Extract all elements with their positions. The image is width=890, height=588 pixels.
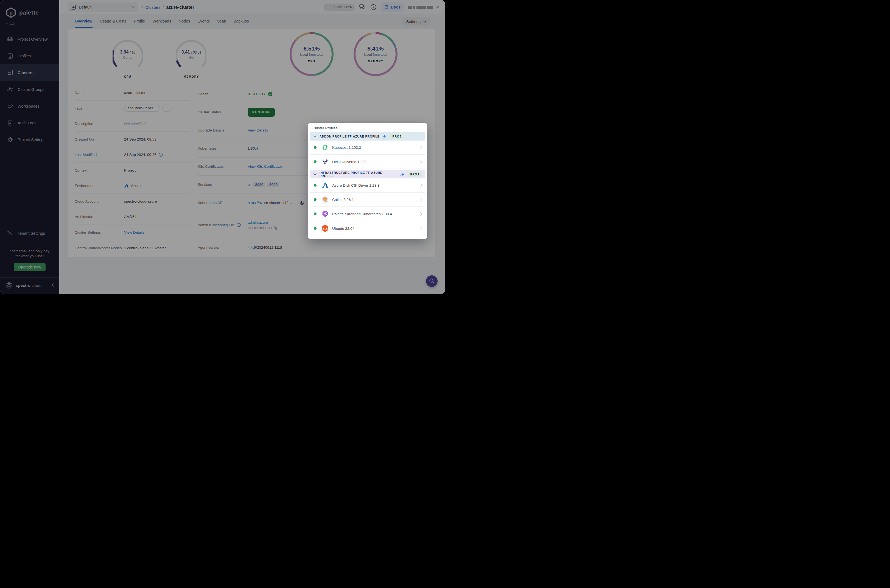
chevron-right-icon: [420, 160, 422, 164]
layer-status-dot: [314, 227, 317, 230]
layer-name: Kubecost 1.103.3: [332, 146, 361, 150]
chevron-right-icon: [420, 198, 422, 201]
chevron-down-icon: [313, 173, 317, 176]
layer-name: Azure Disk CSI Driver 1.28.3: [332, 183, 380, 188]
profile-layer-hello-universe[interactable]: Hello Universe 1.2.0: [310, 155, 425, 169]
ubuntu-icon: [321, 225, 329, 232]
profile-layer-pxk[interactable]: Palette eXtended Kubernetes 1.30.4: [310, 207, 425, 221]
app-window: p palette 4.4.19 Project Overview Profil…: [0, 0, 445, 294]
chevron-right-icon: [420, 226, 422, 230]
layer-status-dot: [314, 213, 317, 215]
proj-scope-badge: PROJ: [390, 134, 404, 139]
chevron-right-icon: [420, 183, 422, 187]
profile-layer-calico[interactable]: Calico 3.26.1: [310, 193, 425, 207]
layer-status-dot: [314, 198, 317, 201]
azure-icon: [321, 182, 329, 189]
layer-status-dot: [314, 160, 317, 163]
profile-layer-ubuntu[interactable]: Ubuntu 22.04: [310, 221, 425, 236]
chevron-right-icon: [420, 146, 422, 149]
hello-universe-icon: [321, 158, 329, 165]
layer-name: Calico 3.26.1: [332, 198, 354, 202]
cluster-profiles-popup: Cluster Profiles ADDON PROFILE TF-AZURE-…: [308, 123, 427, 239]
link-icon: [400, 172, 405, 177]
profile-layer-kubecost[interactable]: Kubecost 1.103.3: [310, 141, 425, 155]
chevron-down-icon: [313, 135, 317, 138]
layer-name: Ubuntu 22.04: [332, 226, 354, 231]
proj-scope-badge: PROJ: [407, 172, 422, 177]
infrastructure-profile-name: INFRASTRUCTURE PROFILE TF-AZURE-PROFILE: [320, 171, 398, 178]
layer-status-dot: [314, 184, 317, 187]
kubecost-icon: [321, 144, 329, 151]
calico-icon: [321, 196, 329, 203]
infrastructure-profile-header[interactable]: INFRASTRUCTURE PROFILE TF-AZURE-PROFILE …: [310, 170, 425, 178]
cluster-profiles-title: Cluster Profiles: [310, 126, 425, 132]
layer-name: Palette eXtended Kubernetes 1.30.4: [332, 212, 392, 216]
layer-name: Hello Universe 1.2.0: [332, 160, 366, 164]
profile-layer-azure-csi[interactable]: Azure Disk CSI Driver 1.28.3: [310, 178, 425, 193]
addon-profile-header[interactable]: ADDON PROFILE TF-AZURE-PROFILE PROJ: [310, 132, 425, 141]
chevron-right-icon: [420, 212, 422, 216]
link-icon: [382, 134, 387, 139]
layer-status-dot: [314, 146, 317, 149]
palette-k8s-icon: [321, 210, 329, 218]
addon-profile-name: ADDON PROFILE TF-AZURE-PROFILE: [320, 135, 380, 138]
